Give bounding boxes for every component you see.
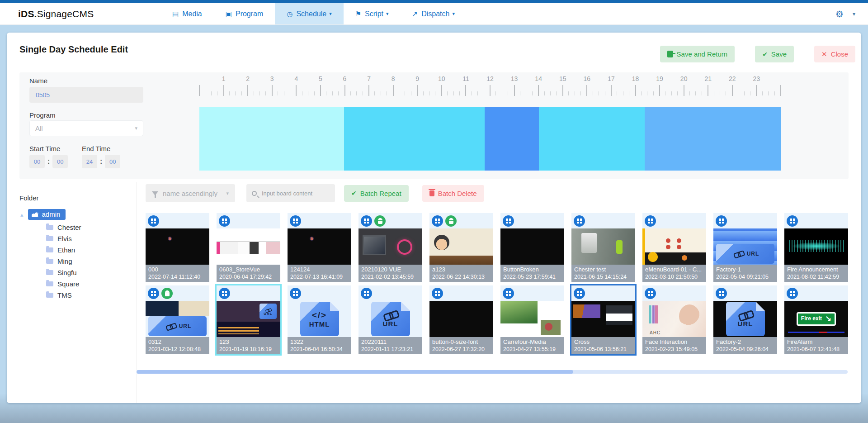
gear-icon[interactable]: ⚙ xyxy=(835,9,844,19)
name-input[interactable] xyxy=(29,87,143,103)
board-card[interactable]: AHCFace Interaction2021-02-23 15:49:05 xyxy=(642,285,706,354)
chain-link-icon xyxy=(265,308,271,311)
hour-label: 17 xyxy=(608,75,615,82)
board-datetime: 2022-06-22 14:30:13 xyxy=(432,273,491,280)
board-name: 124124 xyxy=(290,266,349,273)
platform-badges xyxy=(219,288,230,299)
hour-label: 22 xyxy=(729,75,736,82)
board-caption: 20210120 VUE2021-02-02 13:45:59 xyxy=(359,265,422,282)
end-minute-input[interactable] xyxy=(105,155,120,168)
hour-label: 4 xyxy=(294,75,298,82)
board-card[interactable]: URLFactory-12022-05-04 09:21:05 xyxy=(713,213,777,282)
folder-item-ming[interactable]: Ming xyxy=(46,256,133,267)
file-icon: URL xyxy=(726,302,765,336)
ruler-tick xyxy=(514,85,515,96)
board-datetime: 2021-02-02 13:45:59 xyxy=(361,273,420,280)
ruler-tick xyxy=(429,91,429,95)
folder-icon xyxy=(46,236,53,241)
timeline-segment[interactable] xyxy=(539,107,645,171)
ruler-tick xyxy=(623,91,623,95)
save-button[interactable]: ✔ Save xyxy=(755,46,794,62)
nav-item-script[interactable]: ⚑Script▾ xyxy=(344,3,401,24)
sort-select[interactable]: name ascendingly ▾ xyxy=(146,184,235,202)
timeline-segment[interactable] xyxy=(199,107,344,171)
horizontal-scrollbar-thumb[interactable] xyxy=(137,370,573,374)
hour-label: 3 xyxy=(270,75,274,82)
board-card[interactable]: Fire exit↘FireAlarm2021-06-07 12:41:48 xyxy=(784,285,848,354)
windows-badge-icon xyxy=(645,288,656,299)
name-label: Name xyxy=(29,77,47,85)
board-card[interactable]: 20210120 VUE2021-02-02 13:45:59 xyxy=(359,213,422,282)
folder-item-chester[interactable]: Chester xyxy=(46,222,133,233)
board-card[interactable]: Chester test2021-06-15 14:15:24 xyxy=(571,213,635,282)
collapse-triangle-icon[interactable]: ▴ xyxy=(20,211,24,218)
board-card[interactable]: ButtonBroken2022-05-23 17:59:41 xyxy=(500,213,564,282)
ruler-tick xyxy=(659,85,660,96)
board-card[interactable]: Cross2021-05-06 13:56:21 xyxy=(571,285,635,354)
board-card[interactable]: URL03122021-03-12 12:08:48 xyxy=(146,285,209,354)
ruler-tick xyxy=(720,91,720,95)
board-card[interactable]: 0603_StoreVue2020-06-04 17:29:42 xyxy=(217,213,280,282)
ruler-tick xyxy=(677,91,678,95)
board-card[interactable]: a1232022-06-22 14:30:13 xyxy=(429,213,493,282)
close-button[interactable]: ✕ Close xyxy=(814,46,855,62)
folder-item-square[interactable]: Square xyxy=(46,278,133,290)
board-toolbar: name ascendingly ▾ ✔ Batch Repeat Batch … xyxy=(146,184,484,202)
timeline-segment[interactable] xyxy=(485,107,539,171)
batch-repeat-button[interactable]: ✔ Batch Repeat xyxy=(344,185,409,202)
board-card[interactable]: 0002022-07-14 11:12:40 xyxy=(146,213,209,282)
program-select[interactable]: All ▾ xyxy=(29,120,143,136)
board-datetime: 2021-06-15 14:15:24 xyxy=(574,273,632,280)
top-navbar: iDS.SignageCMS ▤Media▣Program◷Schedule▾⚑… xyxy=(0,3,868,25)
board-datetime: 2021-08-02 11:42:59 xyxy=(787,273,845,280)
ruler-tick xyxy=(689,91,690,95)
board-card[interactable]: Fire Announcement2021-08-02 11:42:59 xyxy=(784,213,848,282)
board-thumbnail xyxy=(146,228,209,265)
hour-label: 1 xyxy=(222,75,226,82)
board-card[interactable]: URL202201112022-01-11 17:23:21 xyxy=(359,285,422,354)
ruler-tick xyxy=(762,91,763,95)
batch-delete-button[interactable]: Batch Delete xyxy=(422,185,484,202)
board-caption: FireAlarm2021-06-07 12:41:48 xyxy=(784,337,848,354)
board-name: 000 xyxy=(148,266,207,273)
nav-item-dispatch[interactable]: ↗Dispatch▾ xyxy=(401,3,467,24)
timeline-segment[interactable] xyxy=(344,107,485,171)
board-card[interactable]: 1241242022-07-13 16:41:09 xyxy=(288,213,351,282)
board-caption: 202201112022-01-11 17:23:21 xyxy=(359,337,422,354)
admin-chip[interactable]: admin xyxy=(28,209,66,220)
start-hour-input[interactable] xyxy=(29,155,45,168)
board-card[interactable]: URL1232021-01-19 18:16:19 xyxy=(217,285,280,354)
folder-item-ethan[interactable]: Ethan xyxy=(46,244,133,256)
folder-item-tms[interactable]: TMS xyxy=(46,290,133,301)
nav-item-schedule[interactable]: ◷Schedule▾ xyxy=(275,3,343,24)
board-name: button-0-size-font xyxy=(432,338,491,346)
start-minute-input[interactable] xyxy=(52,155,68,168)
nav-item-media[interactable]: ▤Media xyxy=(160,3,214,24)
board-card[interactable]: button-0-size-font2022-06-27 17:32:20 xyxy=(429,285,493,354)
save-and-return-button[interactable]: Save and Return xyxy=(660,46,735,62)
nav-item-program[interactable]: ▣Program xyxy=(214,3,275,24)
board-caption: button-0-size-font2022-06-27 17:32:20 xyxy=(429,337,493,354)
windows-badge-icon xyxy=(148,288,159,299)
horizontal-scrollbar-track[interactable] xyxy=(137,370,848,374)
folder-panel-label: Folder xyxy=(19,194,39,202)
folder-item-elvis[interactable]: Elvis xyxy=(46,233,133,244)
board-card[interactable]: Carrefour-Media2021-04-27 13:55:19 xyxy=(500,285,564,354)
timeline-segment[interactable] xyxy=(645,107,781,171)
url-box: URL xyxy=(716,244,774,264)
search-input[interactable] xyxy=(261,190,324,197)
folder-root-admin[interactable]: ▴ admin xyxy=(20,209,133,220)
board-card[interactable]: URLFactory-22022-05-04 09:26:04 xyxy=(713,285,777,354)
ruler-tick xyxy=(211,91,212,95)
trash-icon xyxy=(429,190,434,196)
folder-item-singfu[interactable]: Singfu xyxy=(46,267,133,278)
ruler-tick xyxy=(241,91,242,95)
chevron-down-icon: ▾ xyxy=(386,11,389,17)
url-file-icon: URL xyxy=(259,304,277,319)
ruler-tick xyxy=(399,91,399,95)
end-hour-input[interactable] xyxy=(82,155,97,168)
chevron-down-icon[interactable]: ▾ xyxy=(853,11,855,17)
board-card[interactable]: </>HTML13222021-06-04 16:50:34 xyxy=(288,285,351,354)
board-card[interactable]: eMenuBoard-01 - C...2022-03-10 21:50:50 xyxy=(642,213,706,282)
windows-badge-icon xyxy=(787,288,798,299)
